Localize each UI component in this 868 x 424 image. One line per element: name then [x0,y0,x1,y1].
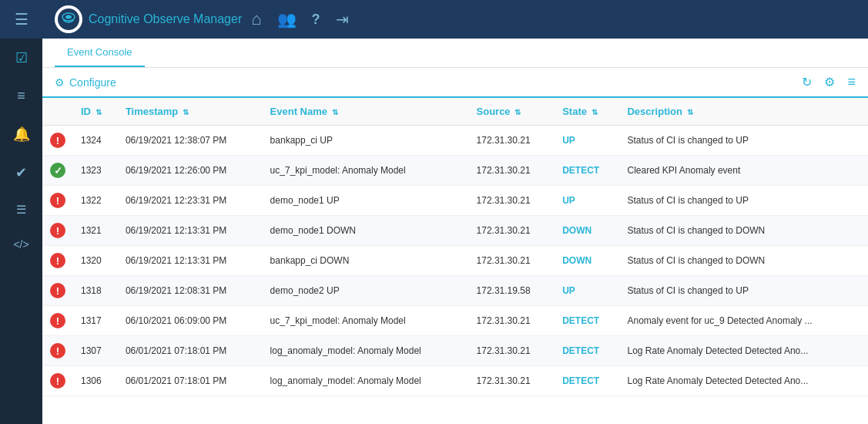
settings-icon[interactable]: ⚙ [824,75,835,89]
table-row[interactable]: ! 1324 06/19/2021 12:38:07 PM bankapp_ci… [42,126,868,156]
status-icon: ! [50,133,65,148]
hamburger-icon[interactable]: ☰ [0,0,42,39]
sidebar-item-menu[interactable]: ≡ [0,77,42,115]
cell-description: Cleared KPI Anomaly event [619,156,868,186]
cell-event-name: bankapp_ci DOWN [263,246,469,276]
col-event-name[interactable]: Event Name ⇅ [263,98,469,126]
cell-state: DOWN [555,216,619,246]
app-title: Cognitive Observe Manager [89,12,242,26]
cell-event-name: uc_7_kpi_model: Anomaly Model [263,156,469,186]
cell-id: 1323 [73,156,118,186]
cell-state: DETECT [555,366,619,396]
cell-id: 1317 [73,306,118,336]
status-icon: ! [50,313,65,328]
toolbar-right-actions: ↻ ⚙ ≡ [802,74,856,90]
state-badge: UP [562,135,575,146]
cell-description: Status of CI is changed to UP [619,276,868,306]
cell-source: 172.31.30.21 [469,306,555,336]
cell-indicator: ✓ [42,156,73,186]
table-row[interactable]: ! 1321 06/19/2021 12:13:31 PM demo_node1… [42,216,868,246]
sidebar-item-dashboard[interactable]: ☑ [0,39,42,77]
cell-state: UP [555,186,619,216]
cell-source: 172.31.30.21 [469,366,555,396]
cell-indicator: ! [42,366,73,396]
col-indicator [42,98,73,126]
event-table: ID ⇅ Timestamp ⇅ Event Name ⇅ Source ⇅ S… [42,98,868,396]
col-id[interactable]: ID ⇅ [73,98,118,126]
help-icon[interactable]: ? [312,12,320,28]
cell-state: DETECT [555,306,619,336]
cell-timestamp: 06/19/2021 12:13:31 PM [118,246,263,276]
table-row[interactable]: ! 1320 06/19/2021 12:13:31 PM bankapp_ci… [42,246,868,276]
navbar-actions: ⌂ 👥 ? ⇥ [251,9,348,29]
cell-description: Log Rate Anomaly Detected Detected Ano..… [619,336,868,366]
state-badge: UP [562,195,575,206]
cell-state: UP [555,126,619,156]
cell-description: Status of CI is changed to DOWN [619,246,868,276]
cell-state: UP [555,276,619,306]
table-row[interactable]: ! 1307 06/01/2021 07:18:01 PM log_anomal… [42,336,868,366]
content-area: Event Console ⚙ Configure ↻ ⚙ ≡ ID ⇅ [42,39,868,424]
cell-description: Status of CI is changed to DOWN [619,216,868,246]
sidebar-item-code[interactable]: </> [0,227,42,261]
cell-state: DOWN [555,246,619,276]
cell-timestamp: 06/01/2021 07:18:01 PM [118,336,263,366]
cell-source: 172.31.19.58 [469,276,555,306]
col-description[interactable]: Description ⇅ [619,98,868,126]
col-source[interactable]: Source ⇅ [469,98,555,126]
table-row[interactable]: ! 1322 06/19/2021 12:23:31 PM demo_node1… [42,186,868,216]
tab-event-console[interactable]: Event Console [55,39,145,67]
configure-button[interactable]: ⚙ Configure [55,76,116,89]
cell-event-name: log_anomaly_model: Anomaly Model [263,366,469,396]
table-body: ! 1324 06/19/2021 12:38:07 PM bankapp_ci… [42,126,868,396]
state-badge: DETECT [562,375,599,386]
cell-source: 172.31.30.21 [469,216,555,246]
cell-id: 1307 [73,336,118,366]
cell-event-name: uc_7_kpi_model: Anomaly Model [263,306,469,336]
table-row[interactable]: ! 1317 06/10/2021 06:09:00 PM uc_7_kpi_m… [42,306,868,336]
cell-indicator: ! [42,276,73,306]
table-row[interactable]: ! 1306 06/01/2021 07:18:01 PM log_anomal… [42,366,868,396]
status-icon: ! [50,253,65,268]
state-badge: DOWN [562,255,592,266]
cell-description: Status of CI is changed to UP [619,126,868,156]
more-icon[interactable]: ≡ [847,74,856,90]
navbar: Cognitive Observe Manager ⌂ 👥 ? ⇥ [42,0,868,39]
users-icon[interactable]: 👥 [277,10,297,29]
status-icon: ! [50,223,65,238]
sidebar-item-tasks[interactable]: ✔ [0,153,42,192]
cell-indicator: ! [42,126,73,156]
logout-icon[interactable]: ⇥ [336,10,349,29]
sidebar-item-list[interactable]: ☰ [0,192,42,227]
toolbar: ⚙ Configure ↻ ⚙ ≡ [42,68,868,98]
cell-timestamp: 06/19/2021 12:26:00 PM [118,156,263,186]
refresh-icon[interactable]: ↻ [802,75,812,89]
status-icon: ! [50,373,65,389]
main-area: Cognitive Observe Manager ⌂ 👥 ? ⇥ Event … [42,0,868,424]
cell-description: Status of CI is changed to UP [619,186,868,216]
cell-state: DETECT [555,336,619,366]
cell-source: 172.31.30.21 [469,156,555,186]
cell-description: Log Rate Anomaly Detected Detected Ano..… [619,366,868,396]
sidebar-top: ☰ [0,0,42,39]
svg-point-2 [65,15,72,19]
cell-timestamp: 06/01/2021 07:18:01 PM [118,366,263,396]
col-state[interactable]: State ⇅ [555,98,619,126]
cell-id: 1320 [73,246,118,276]
table-header: ID ⇅ Timestamp ⇅ Event Name ⇅ Source ⇅ S… [42,98,868,126]
cell-timestamp: 06/19/2021 12:38:07 PM [118,126,263,156]
state-badge: DETECT [562,345,599,356]
home-icon[interactable]: ⌂ [251,9,261,29]
cell-id: 1322 [73,186,118,216]
sidebar-item-notifications[interactable]: 🔔 [0,115,42,153]
cell-event-name: bankapp_ci UP [263,126,469,156]
cell-description: Anomaly event for uc_9 Detected Anomaly … [619,306,868,336]
col-timestamp[interactable]: Timestamp ⇅ [118,98,263,126]
configure-label: Configure [69,76,116,89]
svg-point-0 [58,8,79,30]
cell-id: 1321 [73,216,118,246]
cell-indicator: ! [42,336,73,366]
table-row[interactable]: ! 1318 06/19/2021 12:08:31 PM demo_node2… [42,276,868,306]
cell-event-name: demo_node1 UP [263,186,469,216]
table-row[interactable]: ✓ 1323 06/19/2021 12:26:00 PM uc_7_kpi_m… [42,156,868,186]
